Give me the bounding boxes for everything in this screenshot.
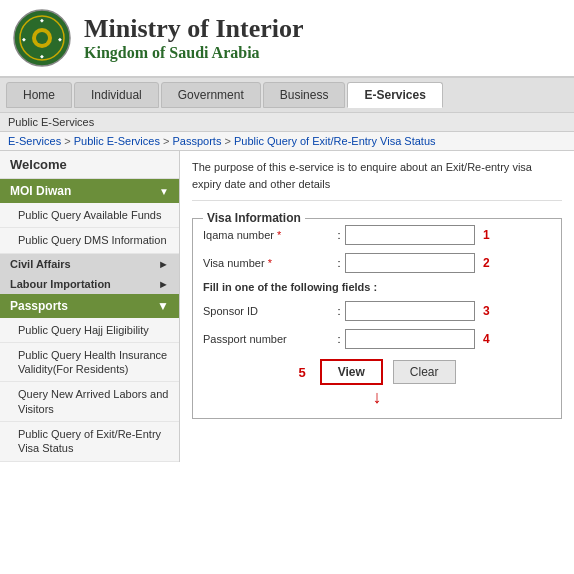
ministry-title: Ministry of Interior bbox=[84, 14, 304, 44]
breadcrumb: E-Services > Public E-Services > Passpor… bbox=[0, 132, 574, 151]
sidebar-item-labors[interactable]: Query New Arrived Labors and Visitors bbox=[0, 382, 179, 422]
sidebar-section-labour-arrow: ► bbox=[158, 278, 169, 290]
sidebar-welcome: Welcome bbox=[0, 151, 179, 179]
passport-label: Passport number bbox=[203, 333, 333, 345]
header-text: Ministry of Interior Kingdom of Saudi Ar… bbox=[84, 14, 304, 62]
view-button[interactable]: View bbox=[320, 359, 383, 385]
sponsor-row: Sponsor ID : 3 bbox=[203, 301, 551, 321]
svg-point-3 bbox=[36, 32, 48, 44]
sidebar-section-civil-label: Civil Affairs bbox=[10, 258, 71, 270]
sidebar-section-passports-arrow: ▼ bbox=[157, 299, 169, 313]
sidebar-item-dms[interactable]: Public Query DMS Information bbox=[0, 228, 179, 253]
ministry-subtitle: Kingdom of Saudi Arabia bbox=[84, 44, 304, 62]
breadcrumb-eservices[interactable]: E-Services bbox=[8, 135, 61, 147]
iqama-num: 1 bbox=[483, 228, 490, 242]
iqama-label: Iqama number * bbox=[203, 229, 333, 241]
sidebar-section-passports-label: Passports bbox=[10, 299, 68, 313]
visa-form: Visa Information Iqama number * : 1 Visa… bbox=[192, 211, 562, 419]
main-content: The purpose of this e-service is to enqu… bbox=[180, 151, 574, 462]
public-ebar: Public E-Services bbox=[0, 113, 574, 132]
breadcrumb-passports[interactable]: Passports bbox=[172, 135, 221, 147]
arrow-down-indicator: ↓ bbox=[203, 387, 551, 408]
sidebar-section-labour[interactable]: Labour Importation ► bbox=[0, 274, 179, 294]
description: The purpose of this e-service is to enqu… bbox=[192, 159, 562, 201]
sidebar-section-labour-label: Labour Importation bbox=[10, 278, 111, 290]
sidebar-item-exit[interactable]: Public Query of Exit/Re-Entry Visa Statu… bbox=[0, 422, 179, 462]
sidebar: Welcome MOI Diwan ▼ Public Query Availab… bbox=[0, 151, 180, 462]
passport-input[interactable] bbox=[345, 329, 475, 349]
header: ◆ ◆ ◆ ◆ Ministry of Interior Kingdom of … bbox=[0, 0, 574, 78]
sidebar-section-civil[interactable]: Civil Affairs ► bbox=[0, 254, 179, 274]
sidebar-section-passports[interactable]: Passports ▼ bbox=[0, 294, 179, 318]
passport-row: Passport number : 4 bbox=[203, 329, 551, 349]
nav-tab-home[interactable]: Home bbox=[6, 82, 72, 108]
visa-input[interactable] bbox=[345, 253, 475, 273]
nav-tab-government[interactable]: Government bbox=[161, 82, 261, 108]
visa-label: Visa number * bbox=[203, 257, 333, 269]
sidebar-section-moi[interactable]: MOI Diwan ▼ bbox=[0, 179, 179, 203]
nav-tab-individual[interactable]: Individual bbox=[74, 82, 159, 108]
clear-button[interactable]: Clear bbox=[393, 360, 456, 384]
iqama-row: Iqama number * : 1 bbox=[203, 225, 551, 245]
svg-text:◆: ◆ bbox=[58, 36, 62, 42]
sidebar-section-civil-arrow: ► bbox=[158, 258, 169, 270]
btn-num-badge: 5 bbox=[298, 365, 305, 380]
button-row: 5 View Clear bbox=[203, 359, 551, 385]
sidebar-item-hajj[interactable]: Public Query Hajj Eligibility bbox=[0, 318, 179, 343]
sidebar-section-moi-arrow: ▼ bbox=[159, 186, 169, 197]
sponsor-label: Sponsor ID bbox=[203, 305, 333, 317]
nav-tab-eservices[interactable]: E-Services bbox=[347, 82, 442, 108]
nav-bar: Home Individual Government Business E-Se… bbox=[0, 78, 574, 113]
svg-text:◆: ◆ bbox=[40, 17, 44, 23]
breadcrumb-public-eservices[interactable]: Public E-Services bbox=[74, 135, 160, 147]
sponsor-num: 3 bbox=[483, 304, 490, 318]
svg-text:◆: ◆ bbox=[40, 53, 44, 59]
sponsor-input[interactable] bbox=[345, 301, 475, 321]
svg-text:◆: ◆ bbox=[22, 36, 26, 42]
nav-tab-business[interactable]: Business bbox=[263, 82, 346, 108]
sidebar-item-available-funds[interactable]: Public Query Available Funds bbox=[0, 203, 179, 228]
sidebar-section-moi-label: MOI Diwan bbox=[10, 184, 71, 198]
iqama-input[interactable] bbox=[345, 225, 475, 245]
sidebar-item-health[interactable]: Public Query Health Insurance Validity(F… bbox=[0, 343, 179, 383]
content-wrapper: Welcome MOI Diwan ▼ Public Query Availab… bbox=[0, 151, 574, 462]
fill-one-label: Fill in one of the following fields : bbox=[203, 281, 551, 293]
breadcrumb-current[interactable]: Public Query of Exit/Re-Entry Visa Statu… bbox=[234, 135, 436, 147]
passport-num: 4 bbox=[483, 332, 490, 346]
visa-row: Visa number * : 2 bbox=[203, 253, 551, 273]
visa-num: 2 bbox=[483, 256, 490, 270]
logo: ◆ ◆ ◆ ◆ bbox=[12, 8, 72, 68]
form-title: Visa Information bbox=[203, 211, 305, 225]
